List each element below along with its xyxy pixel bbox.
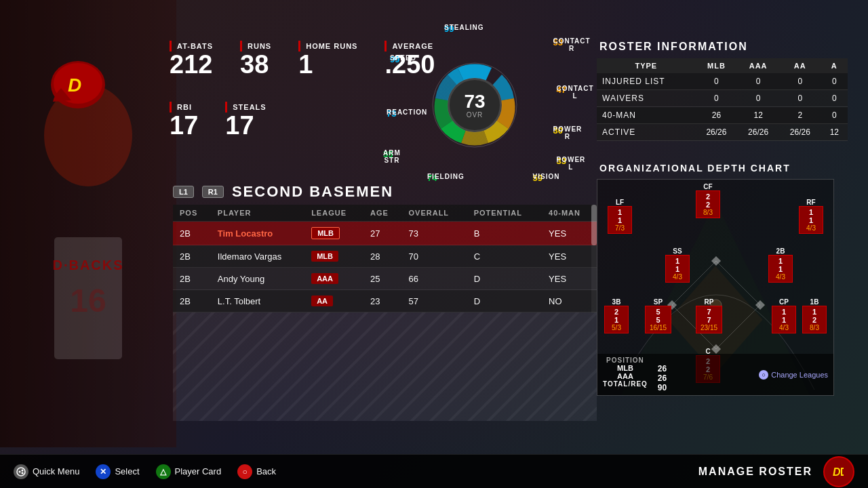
empty-list-area: [173, 312, 597, 421]
stat-runs: RUNS 38: [240, 41, 271, 77]
back-control[interactable]: ○ Back: [237, 464, 276, 479]
roster-info-title: ROSTER INFORMATION: [597, 41, 848, 53]
row-injured-mlb: 0: [696, 73, 738, 90]
table-row: ACTIVE 26/26 26/26 26/26 12: [597, 124, 848, 141]
power-l-label: POWER L: [557, 156, 586, 171]
back-label: Back: [256, 466, 276, 476]
row-injured-aaa: 0: [737, 73, 779, 90]
row-injured-a: 0: [821, 73, 848, 90]
player-league-1: MLB: [304, 245, 363, 268]
col-league: LEAGUE: [304, 205, 363, 222]
speed-label-area: SPEED 99: [390, 54, 399, 64]
select-control[interactable]: ✕ Select: [96, 464, 139, 479]
pos-3b: 3B 2 1 5/3: [604, 298, 629, 333]
col-player: PLAYER: [211, 205, 304, 222]
row-waivers-mlb: 0: [696, 90, 738, 107]
player-name-1: Ildemaro Vargas: [211, 245, 304, 268]
row-40man-aaa: 12: [737, 107, 779, 124]
arm-str-label: ARM STR: [383, 149, 401, 164]
player-age-0: 27: [363, 222, 402, 245]
stealing-label-area: STEALING 99: [444, 24, 454, 34]
arm-str-label-area: ARM STR 35: [383, 149, 393, 159]
vision-label-area: VISION 59: [533, 173, 542, 183]
steals-value: 17: [225, 113, 266, 138]
player-age-1: 28: [363, 245, 402, 268]
player-card-label: Player Card: [175, 466, 222, 476]
nav-l1-badge[interactable]: L1: [173, 186, 194, 198]
row-40man-label: 40-MAN: [597, 107, 696, 124]
roster-table: TYPE MLB AAA AA A INJURED LIST 0 0 0 0 W…: [597, 58, 848, 141]
player-40man-0: YES: [542, 222, 597, 245]
at-bats-value: 212: [170, 52, 213, 77]
quick-menu-control[interactable]: Quick Menu: [14, 464, 79, 479]
position-total-section: POSITION MLB AAA TOTAL/REQ X 26 26 90: [603, 357, 667, 392]
rbi-value: 17: [170, 113, 198, 138]
player-40man-1: YES: [542, 245, 597, 268]
table-row: WAIVERS 0 0 0 0: [597, 90, 848, 107]
player-table: POS PLAYER LEAGUE AGE OVERALL POTENTIAL …: [173, 205, 597, 312]
row-40man-aa: 2: [779, 107, 821, 124]
col-aaa: AAA: [737, 58, 779, 73]
svg-point-17: [19, 470, 21, 472]
svg-point-19: [22, 472, 24, 474]
home-runs-value: 1: [298, 52, 357, 77]
back-icon: ○: [237, 464, 252, 479]
svg-text:D: D: [833, 466, 841, 478]
player-row-selected[interactable]: 2B Tim Locastro MLB 27 73 B YES: [173, 222, 597, 245]
svg-point-18: [22, 469, 24, 471]
pos-lf: LF 1 1 7/3: [608, 199, 632, 234]
player-league-0: MLB: [304, 222, 363, 245]
player-area: 16 D D·BACKS: [0, 0, 176, 447]
bottom-controls: Quick Menu ✕ Select △ Player Card ○ Back: [14, 464, 276, 479]
player-overall-2: 66: [402, 268, 467, 290]
svg-text:16: 16: [70, 283, 106, 319]
pos-rp: RP 7 7 23/15: [696, 298, 722, 333]
contact-l-label: CONTACT L: [557, 85, 594, 100]
player-row-1[interactable]: 2B Ildemaro Vargas MLB 28 70 C YES: [173, 245, 597, 268]
player-row-3[interactable]: 2B L.T. Tolbert AA 23 57 D NO: [173, 290, 597, 312]
roster-information: ROSTER INFORMATION TYPE MLB AAA AA A INJ…: [597, 41, 848, 141]
player-pos-1: 2B: [173, 245, 211, 268]
stat-home-runs: HOME RUNS 1: [298, 41, 357, 77]
depth-chart-title: ORGANIZATIONAL DEPTH CHART: [597, 163, 848, 174]
row-active-mlb: 26/26: [696, 124, 738, 141]
runs-value: 38: [240, 52, 271, 77]
reaction-label: REACTION: [387, 108, 427, 116]
manage-roster-label: MANAGE ROSTER: [698, 466, 812, 478]
quick-menu-label: Quick Menu: [33, 466, 79, 476]
player-overall-1: 70: [402, 245, 467, 268]
quick-menu-icon: [14, 464, 28, 479]
pos-cp: CP 1 1 4/3: [772, 298, 796, 333]
nav-r1-badge[interactable]: R1: [202, 186, 224, 198]
player-row-2[interactable]: 2B Andy Young AAA 25 66 D YES: [173, 268, 597, 290]
contact-r-label-area: CONTACT R 53: [553, 37, 563, 47]
row-active-a: 12: [821, 124, 848, 141]
row-injured-aa: 0: [779, 73, 821, 90]
pos-rf: RF 1 1 4/3: [799, 199, 823, 234]
col-potential: POTENTIAL: [467, 205, 542, 222]
player-overall-0: 73: [402, 222, 467, 245]
radar-chart-area: 73 OVR STEALING 99 SPEED 99 CONTACT R 53…: [380, 20, 570, 190]
col-pos: POS: [173, 205, 211, 222]
change-leagues-btn[interactable]: ○ Change Leagues: [759, 370, 828, 380]
scrollbar[interactable]: [591, 205, 597, 312]
player-40man-3: NO: [542, 290, 597, 312]
player-card-control[interactable]: △ Player Card: [156, 464, 222, 479]
row-active-label: ACTIVE: [597, 124, 696, 141]
power-l-label-area: POWER L 33: [557, 156, 566, 166]
table-row: 40-MAN 26 12 2 0: [597, 107, 848, 124]
field-diagram: LF 1 1 7/3 CF 2 2 8/3 RF 1 1 4/3: [597, 179, 834, 396]
manage-roster-area: MANAGE ROSTER D: [698, 456, 854, 487]
position-header: L1 R1 SECOND BASEMEN: [173, 183, 597, 201]
scroll-thumb: [591, 205, 597, 245]
pos-1b: 1B 1 2 8/3: [802, 298, 827, 333]
stat-at-bats: AT-BATS 212: [170, 41, 213, 77]
row-active-aa: 26/26: [779, 124, 821, 141]
svg-rect-15: [173, 312, 597, 421]
row-40man-a: 0: [821, 107, 848, 124]
col-age: AGE: [363, 205, 402, 222]
table-row: INJURED LIST 0 0 0 0: [597, 73, 848, 90]
player-name-3: L.T. Tolbert: [211, 290, 304, 312]
change-leagues-icon: ○: [759, 370, 768, 380]
col-a: A: [821, 58, 848, 73]
